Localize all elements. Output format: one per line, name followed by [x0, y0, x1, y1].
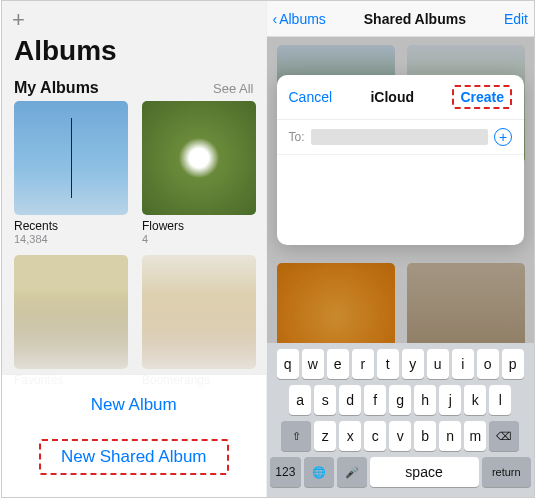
numbers-key[interactable]: 123: [270, 457, 302, 487]
key-w[interactable]: w: [302, 349, 324, 379]
to-label: To:: [289, 130, 305, 144]
see-all-link[interactable]: See All: [213, 81, 253, 96]
key-h[interactable]: h: [414, 385, 436, 415]
shift-key[interactable]: ⇧: [281, 421, 311, 451]
popup-title: iCloud: [370, 89, 414, 105]
album-thumbnail: [142, 101, 256, 215]
key-c[interactable]: c: [364, 421, 386, 451]
album-name: Flowers: [142, 219, 256, 233]
keyboard: qwertyuiop asdfghjkl ⇧ zxcvbnm ⌫ 123 🌐 🎤…: [267, 343, 535, 497]
section-my-albums: My Albums: [14, 79, 99, 97]
return-key[interactable]: return: [482, 457, 532, 487]
key-e[interactable]: e: [327, 349, 349, 379]
albums-screen: + Albums My Albums See All Recents 14,38…: [2, 1, 267, 497]
key-t[interactable]: t: [377, 349, 399, 379]
key-r[interactable]: r: [352, 349, 374, 379]
key-y[interactable]: y: [402, 349, 424, 379]
key-s[interactable]: s: [314, 385, 336, 415]
add-icon[interactable]: +: [12, 7, 25, 33]
screen-title: Albums: [14, 35, 117, 67]
edit-button[interactable]: Edit: [504, 11, 528, 27]
new-shared-album-button[interactable]: New Shared Album: [39, 439, 229, 475]
key-d[interactable]: d: [339, 385, 361, 415]
key-a[interactable]: a: [289, 385, 311, 415]
album-name: Recents: [14, 219, 128, 233]
navbar: ‹ Albums Shared Albums Edit: [267, 1, 535, 37]
shared-albums-screen: ‹ Albums Shared Albums Edit JP Flowers J…: [267, 1, 535, 497]
album-count: 14,384: [14, 233, 128, 245]
key-j[interactable]: j: [439, 385, 461, 415]
album-thumbnail: [14, 101, 128, 215]
key-u[interactable]: u: [427, 349, 449, 379]
add-contact-icon[interactable]: +: [494, 128, 512, 146]
key-f[interactable]: f: [364, 385, 386, 415]
key-x[interactable]: x: [339, 421, 361, 451]
new-album-button[interactable]: New Album: [71, 389, 197, 421]
back-label: Albums: [279, 11, 326, 27]
key-l[interactable]: l: [489, 385, 511, 415]
key-q[interactable]: q: [277, 349, 299, 379]
to-field[interactable]: [311, 129, 488, 145]
icloud-share-popup: Cancel iCloud Create To: +: [277, 75, 525, 245]
album-count: 4: [142, 233, 256, 245]
space-key[interactable]: space: [370, 457, 479, 487]
mic-key[interactable]: 🎤: [337, 457, 367, 487]
backspace-key[interactable]: ⌫: [489, 421, 519, 451]
chevron-left-icon: ‹: [273, 11, 278, 27]
album-item[interactable]: Recents 14,384: [14, 101, 128, 245]
key-i[interactable]: i: [452, 349, 474, 379]
back-button[interactable]: ‹ Albums: [273, 11, 326, 27]
cancel-button[interactable]: Cancel: [289, 89, 333, 105]
key-p[interactable]: p: [502, 349, 524, 379]
popup-body[interactable]: [277, 155, 525, 245]
key-m[interactable]: m: [464, 421, 486, 451]
key-b[interactable]: b: [414, 421, 436, 451]
globe-key[interactable]: 🌐: [304, 457, 334, 487]
nav-title: Shared Albums: [364, 11, 466, 27]
key-o[interactable]: o: [477, 349, 499, 379]
album-item[interactable]: Flowers 4: [142, 101, 256, 245]
key-g[interactable]: g: [389, 385, 411, 415]
key-z[interactable]: z: [314, 421, 336, 451]
key-k[interactable]: k: [464, 385, 486, 415]
create-button[interactable]: Create: [452, 85, 512, 109]
key-v[interactable]: v: [389, 421, 411, 451]
key-n[interactable]: n: [439, 421, 461, 451]
action-sheet: New Album New Shared Album: [2, 374, 266, 497]
